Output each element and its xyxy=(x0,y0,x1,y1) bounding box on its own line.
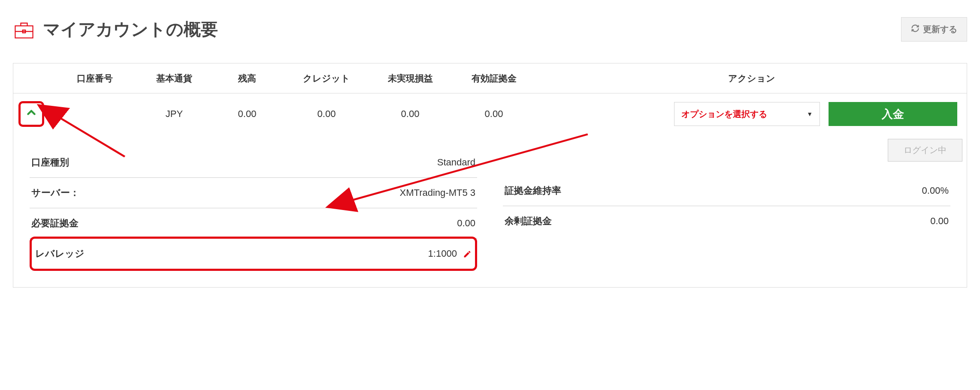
value-free-margin: 0.00 xyxy=(930,216,949,227)
value-margin-level: 0.00% xyxy=(922,185,949,196)
label-required-margin: 必要証拠金 xyxy=(31,217,79,230)
account-row: JPY 0.00 0.00 0.00 0.00 オプションを選択する ▼ 入金 xyxy=(13,93,967,135)
value-required-margin: 0.00 xyxy=(457,218,475,229)
detail-free-margin: 余剰証拠金 0.00 xyxy=(503,206,950,236)
title-wrap: マイアカウントの概要 xyxy=(13,18,218,41)
label-account-type: 口座種別 xyxy=(31,156,69,169)
page-header: マイアカウントの概要 更新する xyxy=(13,17,967,42)
detail-account-type: 口座種別 Standard xyxy=(30,147,477,178)
value-server: XMTrading-MT5 3 xyxy=(400,187,475,198)
detail-leverage: レバレッジ 1:1000 xyxy=(33,239,473,269)
header-credit: クレジット xyxy=(284,72,369,84)
detail-required-margin: 必要証拠金 0.00 xyxy=(30,208,477,239)
account-details-panel: ログイン中 口座種別 Standard サーバー： XMTrading-MT5 … xyxy=(13,135,967,287)
label-margin-level: 証拠金維持率 xyxy=(505,184,561,197)
deposit-button[interactable]: 入金 xyxy=(829,102,957,126)
svg-rect-0 xyxy=(15,26,33,38)
header-balance: 残高 xyxy=(211,72,284,84)
label-free-margin: 余剰証拠金 xyxy=(505,215,552,228)
value-leverage: 1:1000 xyxy=(428,248,457,259)
options-select-label: オプションを選択する xyxy=(681,108,767,120)
expand-toggle[interactable] xyxy=(18,101,44,127)
header-currency: 基本通貨 xyxy=(138,72,211,84)
cell-credit: 0.00 xyxy=(284,108,369,120)
refresh-button[interactable]: 更新する xyxy=(901,17,967,42)
cell-unrealized-pl: 0.00 xyxy=(369,108,451,120)
refresh-icon xyxy=(911,24,920,35)
edit-leverage-button[interactable] xyxy=(463,250,472,258)
cell-currency: JPY xyxy=(138,108,211,120)
leverage-highlight-box: レバレッジ 1:1000 xyxy=(30,237,477,271)
options-select[interactable]: オプションを選択する ▼ xyxy=(674,102,820,126)
header-equity: 有効証拠金 xyxy=(451,72,537,84)
briefcase-icon xyxy=(13,18,35,41)
page-title: マイアカウントの概要 xyxy=(43,18,218,41)
account-card: 口座番号 基本通貨 残高 クレジット 未実現損益 有効証拠金 アクション JPY… xyxy=(13,63,967,288)
chevron-up-icon xyxy=(26,107,37,121)
detail-margin-level: 証拠金維持率 0.00% xyxy=(503,176,950,206)
header-unrealized-pl: 未実現損益 xyxy=(369,72,451,84)
table-header-row: 口座番号 基本通貨 残高 クレジット 未実現損益 有効証拠金 アクション xyxy=(13,63,967,93)
chevron-down-icon: ▼ xyxy=(807,111,813,117)
label-leverage: レバレッジ xyxy=(35,247,85,260)
cell-equity: 0.00 xyxy=(451,108,537,120)
refresh-label: 更新する xyxy=(923,24,957,35)
value-account-type: Standard xyxy=(437,157,475,168)
header-actions: アクション xyxy=(537,72,967,84)
label-server: サーバー： xyxy=(31,186,79,199)
header-account-no: 口座番号 xyxy=(52,72,138,84)
detail-server: サーバー： XMTrading-MT5 3 xyxy=(30,178,477,208)
cell-balance: 0.00 xyxy=(211,108,284,120)
